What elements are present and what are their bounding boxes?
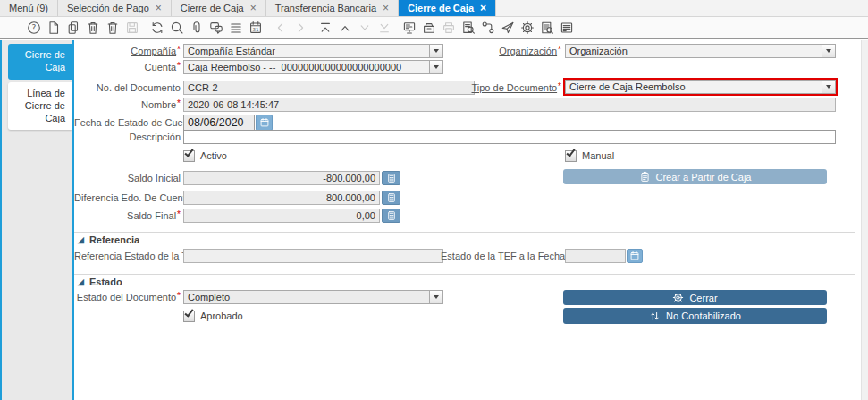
estado-documento-select[interactable]: Completo [183,290,443,304]
descripcion-field[interactable] [183,130,836,144]
calendar-picker-button[interactable] [256,115,273,131]
report-find-icon[interactable] [540,21,554,35]
requery-icon[interactable] [150,21,164,35]
no-documento-field[interactable]: CCR-2 [183,81,475,95]
activo-label: Activo [200,150,227,161]
calculator-button[interactable] [382,209,400,223]
tab-sidebar: Cierre de CajaLínea de Cierre de Caja [2,40,74,400]
calculator-button[interactable] [382,171,400,185]
chevron-down-icon[interactable] [429,61,442,73]
checkmark-icon [565,150,577,162]
svg-text:31: 31 [253,27,259,32]
grid-toggle-icon[interactable] [229,21,243,35]
cerrar-button-label: Cerrar [689,293,717,303]
last-record-icon [377,21,392,35]
section-divider [74,232,855,233]
tab-label: Cierre de Caja [181,3,244,13]
tab-cierre-de-caja[interactable]: Cierre de Caja× [172,0,266,16]
report-icon[interactable] [402,21,417,35]
tab-label: Cierre de Caja [408,3,474,13]
print-preview-icon[interactable] [461,21,476,35]
checkmark-icon [183,150,195,162]
chevron-down-icon[interactable] [822,81,835,93]
calendar-picker-button[interactable] [627,249,643,263]
form-panel: Compañía Compañía Estándar Organización … [74,40,868,400]
diferencia-field[interactable]: 800.000,00 [183,191,380,205]
save-icon [125,21,139,35]
saldo-inicial-field[interactable]: -800.000,00 [183,171,380,185]
find-icon[interactable] [170,21,184,35]
estado-tef-fecha-field[interactable] [565,249,626,263]
nombre-field[interactable]: 2020-06-08 14:45:47 [183,98,836,112]
nombre-label: Nombre [74,98,181,113]
fecha-estado-field[interactable]: 08/06/2020 [183,115,255,131]
tab-label: Menú (9) [9,3,48,13]
sidebar-item-cierre-de-caja[interactable]: Cierre de Caja [8,44,72,80]
tab-close-icon[interactable]: × [156,3,162,13]
request-icon[interactable] [501,21,515,35]
delete-selection-icon[interactable] [105,21,120,35]
section-collapse-icon[interactable]: ◢ [78,236,84,244]
organizacion-label-text: Organización [499,46,557,56]
svg-text:?: ? [32,23,37,32]
nav-forward-icon [293,21,308,35]
workflow-icon[interactable] [481,21,495,35]
tab-selecci-n-de-pago[interactable]: Selección de Pago× [58,0,172,16]
section-divider [74,274,855,275]
delete-record-icon[interactable] [86,21,100,35]
compania-label: Compañía [74,44,181,59]
tipo-documento-select[interactable]: Cierre de Caja Reembolso [565,80,836,94]
referencia-section-header[interactable]: ◢ Referencia [78,234,139,245]
chevron-down-icon[interactable] [429,291,442,303]
sidebar-item-l-nea-de-cierre-de-caja[interactable]: Línea de Cierre de Caja [8,82,72,131]
first-record-icon[interactable] [318,21,333,35]
chevron-down-icon[interactable] [822,45,835,57]
crear-a-partir-de-caja-button[interactable]: Crear a Partir de Caja [563,169,827,184]
tab-cierre-de-caja[interactable]: Cierre de Caja× [399,0,496,16]
previous-record-icon[interactable] [338,21,352,35]
gear-icon [672,292,684,303]
no-contabilizado-button[interactable]: No Contabilizado [563,308,827,324]
estado-section-header[interactable]: ◢ Estado [78,277,122,287]
tab-men-9-[interactable]: Menú (9) [0,0,58,16]
cerrar-button[interactable]: Cerrar [563,290,827,305]
new-record-icon[interactable] [46,21,61,35]
print-icon [442,21,456,35]
tab-close-icon[interactable]: × [250,3,257,13]
help-icon[interactable]: ? [27,21,41,35]
section-collapse-icon[interactable]: ◢ [78,278,84,286]
cuenta-select[interactable]: Caja Reembolso - --_00000000000000000000… [183,60,443,74]
next-record-icon [358,21,372,35]
history-icon[interactable]: 31 [249,21,263,35]
ref-tef-field[interactable] [183,249,443,263]
tipo-documento-value: Cierre de Caja Reembolso [566,81,822,93]
aprobado-checkbox[interactable]: Aprobado [183,310,243,322]
activo-checkbox[interactable]: Activo [183,149,227,162]
tab-close-icon[interactable]: × [480,3,486,13]
manual-checkbox[interactable]: Manual [565,149,614,162]
tab-label: Selección de Pago [67,3,149,13]
archive-icon[interactable] [422,21,436,35]
organizacion-select[interactable]: Organización [565,44,836,58]
vertical-scrollbar[interactable] [861,40,868,400]
saldo-final-label: Saldo Final [74,209,181,224]
compania-select[interactable]: Compañía Estándar [183,44,443,58]
chat-icon[interactable] [209,21,223,35]
manual-label: Manual [582,150,614,161]
compania-value: Compañía Estándar [184,45,429,57]
attachment-icon[interactable] [190,21,204,35]
tab-transferencia-bancaria[interactable]: Transferencia Bancaria× [266,0,399,16]
referencia-section-title: Referencia [89,234,139,245]
preferences-icon[interactable] [520,21,535,35]
aprobado-label: Aprobado [200,311,243,321]
calculator-button[interactable] [382,191,400,205]
saldo-final-field[interactable]: 0,00 [183,209,380,223]
cuenta-value: Caja Reembolso - --_00000000000000000000… [184,61,429,73]
tab-bar: Menú (9)Selección de Pago×Cierre de Caja… [0,0,868,17]
no-documento-label: No. del Documento [74,81,181,95]
copy-record-icon[interactable] [66,21,80,35]
tab-close-icon[interactable]: × [383,3,389,13]
form-icon[interactable] [560,21,574,35]
chevron-down-icon[interactable] [429,45,442,57]
nav-back-icon [274,21,288,35]
